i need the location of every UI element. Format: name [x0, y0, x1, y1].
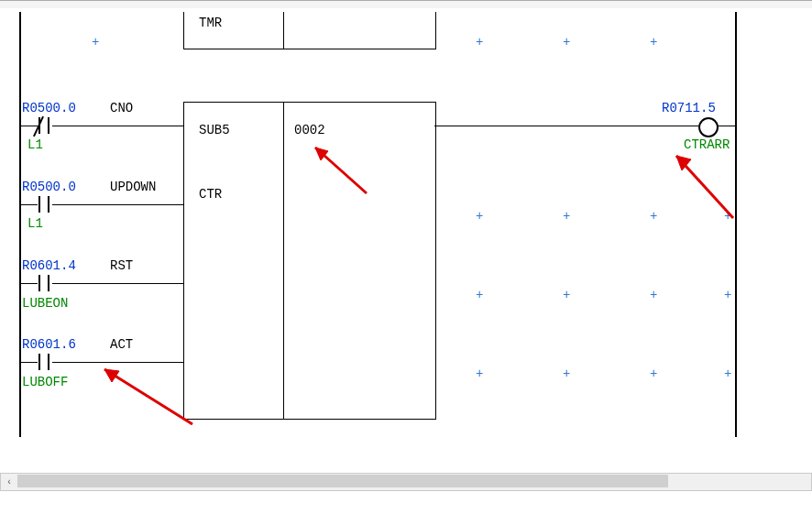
scroll-left-button[interactable]: ‹ [1, 475, 17, 489]
grid-marker-icon: + [92, 35, 99, 49]
grid-marker-icon: + [650, 288, 657, 302]
chevron-left-icon: ‹ [6, 476, 13, 487]
contact-label: RST [110, 258, 133, 273]
contact-address: R0500.0 [22, 101, 76, 115]
grid-marker-icon: + [476, 288, 483, 302]
contact-nc-cno[interactable] [36, 117, 52, 134]
svg-line-2 [104, 369, 192, 424]
contact-address: R0601.6 [22, 337, 76, 352]
grid-marker-icon: + [476, 35, 483, 49]
fb-ctr-label: CTR [199, 187, 222, 202]
grid-marker-icon: + [563, 35, 570, 49]
fb-sub5-param: 0002 [294, 123, 325, 137]
wire [434, 126, 698, 126]
contact-no-act[interactable] [36, 354, 52, 370]
annotation-arrow-icon [92, 360, 202, 433]
grid-marker-icon: + [563, 209, 570, 224]
contact-comment: LUBOFF [22, 375, 68, 389]
grid-marker-icon: + [650, 209, 657, 224]
grid-marker-icon: + [563, 288, 570, 302]
grid-marker-icon: + [563, 366, 570, 381]
contact-address: R0500.0 [22, 180, 76, 194]
contact-comment: L1 [27, 137, 43, 152]
left-rail [19, 12, 21, 437]
wire [52, 126, 183, 126]
fb-sub5-label: SUB5 [199, 123, 230, 137]
grid-marker-icon: + [476, 366, 483, 381]
scroll-track[interactable] [17, 474, 811, 490]
coil-address: R0711.5 [662, 101, 716, 115]
grid-marker-icon: + [476, 209, 483, 224]
scroll-thumb[interactable] [17, 475, 668, 487]
contact-address: R0601.4 [22, 258, 76, 273]
contact-comment: L1 [27, 216, 43, 231]
annotation-arrow-icon [660, 145, 742, 227]
horizontal-scrollbar[interactable]: ‹ [0, 473, 812, 491]
grid-marker-icon: + [724, 288, 731, 302]
ladder-editor-canvas[interactable]: TMR + + + + SUB5 0002 CTR R0711.5 CTRARR… [0, 0, 812, 474]
contact-label: CNO [110, 101, 133, 115]
fb-tmr-label: TMR [199, 16, 222, 30]
function-block-tmr[interactable]: TMR [183, 12, 436, 49]
grid-marker-icon: + [650, 366, 657, 381]
grid-marker-icon: + [650, 35, 657, 49]
contact-no-updown[interactable] [36, 196, 52, 213]
contact-comment: LUBEON [22, 296, 68, 311]
contact-no-rst[interactable] [36, 275, 52, 291]
wire [52, 283, 183, 284]
grid-marker-icon: + [724, 366, 731, 381]
contact-label: ACT [110, 337, 133, 352]
output-coil[interactable] [698, 117, 719, 137]
wire [52, 204, 183, 205]
contact-label: UPDOWN [110, 180, 156, 194]
annotation-arrow-icon [302, 138, 376, 202]
